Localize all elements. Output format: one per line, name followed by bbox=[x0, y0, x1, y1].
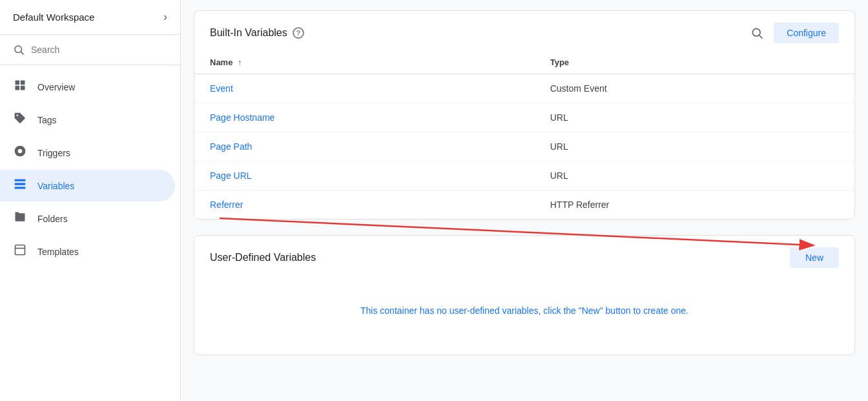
svg-rect-10 bbox=[15, 183, 26, 185]
variable-name-cell[interactable]: Page URL bbox=[194, 161, 535, 190]
sidebar-item-tags[interactable]: Tags bbox=[0, 104, 175, 136]
search-container bbox=[0, 35, 180, 65]
name-column-header[interactable]: Name ↑ bbox=[194, 51, 535, 74]
sidebar-nav: Overview Tags Triggers Variables bbox=[0, 65, 180, 401]
table-row: Page Path URL bbox=[194, 132, 854, 161]
sidebar-item-overview[interactable]: Overview bbox=[0, 71, 175, 103]
sidebar-item-triggers[interactable]: Triggers bbox=[0, 137, 175, 169]
user-defined-variables-header: User-Defined Variables New bbox=[194, 236, 854, 280]
variable-type-cell: Custom Event bbox=[535, 74, 854, 103]
sidebar-item-variables-label: Variables bbox=[37, 181, 74, 191]
folder-icon bbox=[13, 211, 27, 227]
svg-rect-5 bbox=[21, 86, 25, 90]
tag-icon bbox=[13, 112, 27, 128]
help-icon[interactable]: ? bbox=[293, 27, 304, 39]
sidebar-item-variables[interactable]: Variables bbox=[0, 170, 175, 201]
sidebar-item-triggers-label: Triggers bbox=[37, 148, 70, 158]
table-row: Page URL URL bbox=[194, 161, 854, 190]
triggers-icon bbox=[13, 145, 27, 161]
svg-rect-2 bbox=[16, 81, 20, 85]
variable-type-cell: URL bbox=[535, 161, 854, 190]
variable-name-cell[interactable]: Event bbox=[194, 74, 535, 103]
svg-rect-9 bbox=[15, 180, 26, 181]
search-icon bbox=[13, 44, 25, 56]
variable-type-cell: HTTP Referrer bbox=[535, 190, 854, 220]
svg-line-14 bbox=[760, 36, 763, 39]
sidebar-item-templates[interactable]: Templates bbox=[0, 236, 175, 267]
user-defined-variables-title: User-Defined Variables bbox=[210, 252, 316, 263]
builtin-variables-table: Name ↑ Type Event Custom Event Page Host… bbox=[194, 51, 854, 219]
sidebar-item-tags-label: Tags bbox=[37, 115, 57, 125]
svg-point-6 bbox=[17, 115, 19, 117]
svg-line-1 bbox=[21, 52, 23, 54]
type-column-header[interactable]: Type bbox=[535, 51, 854, 74]
configure-button[interactable]: Configure bbox=[774, 23, 839, 43]
svg-rect-12 bbox=[16, 245, 25, 255]
svg-rect-4 bbox=[16, 86, 20, 90]
new-button[interactable]: New bbox=[790, 247, 839, 268]
table-row: Event Custom Event bbox=[194, 74, 854, 103]
svg-point-8 bbox=[18, 149, 23, 154]
chevron-right-icon: › bbox=[163, 10, 167, 24]
user-defined-variables-card: User-Defined Variables New This containe… bbox=[194, 235, 855, 355]
svg-point-0 bbox=[15, 46, 22, 53]
search-input[interactable] bbox=[31, 45, 167, 55]
variable-type-cell: URL bbox=[535, 103, 854, 132]
search-icon bbox=[750, 26, 763, 39]
variable-name-cell[interactable]: Page Hostname bbox=[194, 103, 535, 132]
user-defined-variables-empty-message: This container has no user-defined varia… bbox=[194, 280, 854, 355]
sidebar-item-overview-label: Overview bbox=[37, 82, 75, 92]
table-row: Referrer HTTP Referrer bbox=[194, 190, 854, 220]
sidebar-item-folders[interactable]: Folders bbox=[0, 203, 175, 234]
builtin-variables-card: Built-In Variables ? Configure Name bbox=[194, 10, 855, 220]
table-row: Page Hostname URL bbox=[194, 103, 854, 132]
sidebar-item-folders-label: Folders bbox=[37, 214, 68, 224]
search-button[interactable] bbox=[748, 24, 766, 42]
svg-point-13 bbox=[753, 28, 761, 36]
workspace-header[interactable]: Default Workspace › bbox=[0, 0, 180, 35]
main-content: Built-In Variables ? Configure Name bbox=[181, 0, 868, 401]
svg-rect-3 bbox=[21, 81, 25, 85]
builtin-variables-title: Built-In Variables bbox=[210, 27, 287, 39]
svg-rect-11 bbox=[15, 187, 26, 189]
sort-arrow-icon: ↑ bbox=[238, 58, 242, 67]
builtin-variables-header: Built-In Variables ? Configure bbox=[194, 11, 854, 43]
sidebar-item-templates-label: Templates bbox=[37, 247, 79, 257]
variables-icon bbox=[13, 178, 27, 194]
sidebar: Default Workspace › Overview Tags bbox=[0, 0, 181, 401]
variable-name-cell[interactable]: Page Path bbox=[194, 132, 535, 161]
builtin-variables-actions: Configure bbox=[748, 23, 839, 43]
variable-name-cell[interactable]: Referrer bbox=[194, 190, 535, 220]
workspace-title: Default Workspace bbox=[13, 12, 94, 23]
overview-icon bbox=[13, 79, 27, 95]
variable-type-cell: URL bbox=[535, 132, 854, 161]
templates-icon bbox=[13, 243, 27, 260]
builtin-variables-title-group: Built-In Variables ? bbox=[210, 27, 304, 39]
